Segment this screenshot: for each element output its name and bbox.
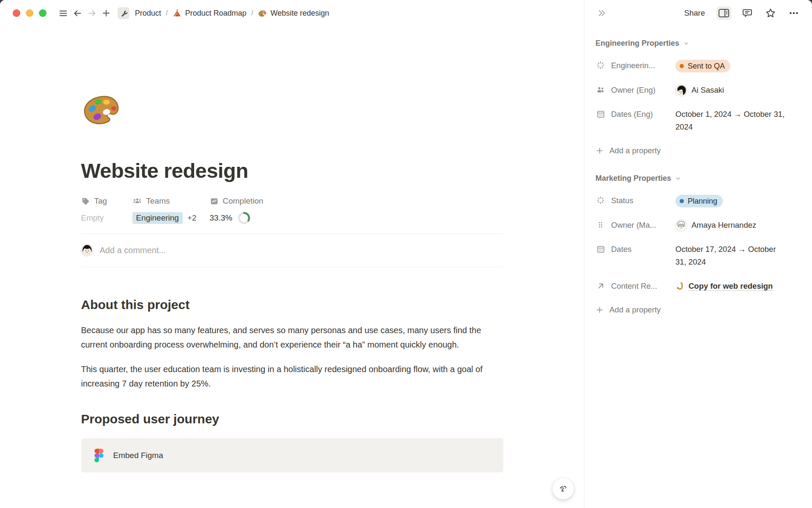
back-button[interactable]: [70, 6, 85, 20]
about-paragraph-2[interactable]: This quarter, the user education team is…: [81, 362, 503, 391]
status-dot: [680, 64, 684, 68]
property-value[interactable]: Amaya Hernandez: [675, 219, 812, 232]
more-options-button[interactable]: [787, 6, 801, 20]
page-content: Website redesign Tag Empty Teams Engi: [81, 26, 503, 508]
ai-sasaki-avatar: [675, 85, 687, 96]
notion-window: Product / Product Roadmap / Website rede…: [0, 0, 812, 508]
status-dot: [680, 199, 684, 203]
toggle-side-panel-button[interactable]: [716, 6, 731, 20]
breadcrumb: Product / Product Roadmap / Website rede…: [113, 7, 331, 19]
property-row-dates: Dates October 17, 2024 → October 31, 202…: [595, 243, 812, 268]
teams-more-count[interactable]: +2: [187, 213, 197, 223]
property-value[interactable]: Ai Sasaki: [675, 84, 812, 97]
panel-toolbar: Share: [584, 0, 812, 26]
main-area: Product / Product Roadmap / Website rede…: [0, 0, 584, 508]
star-icon: [765, 8, 776, 19]
notion-ai-face-icon: [557, 483, 570, 495]
breadcrumb-separator: /: [248, 9, 256, 17]
property-label[interactable]: Content Re...: [611, 280, 675, 292]
comment-row: [81, 234, 503, 267]
comments-button[interactable]: [740, 6, 754, 20]
hook-icon: [675, 282, 684, 290]
amaya-hernandez-avatar: [675, 220, 687, 231]
new-page-button[interactable]: [99, 6, 113, 20]
plus-icon: [595, 306, 604, 314]
close-window-button[interactable]: [13, 9, 20, 17]
people-group-icon: [132, 196, 142, 206]
property-teams: Teams Engineering +2: [132, 196, 210, 224]
about-heading[interactable]: About this project: [81, 297, 503, 313]
property-tag: Tag Empty: [81, 196, 132, 224]
property-row-dates-eng: Dates (Eng) October 1, 2024 → October 31…: [595, 108, 812, 133]
completion-property-label[interactable]: Completion: [210, 196, 263, 207]
owner-marketing-name: Amaya Hernandez: [691, 219, 756, 232]
section-header-engineering-properties[interactable]: Engineering Properties: [595, 39, 689, 48]
chevron-down-icon: [675, 175, 681, 182]
add-comment-input[interactable]: [100, 246, 503, 255]
tent-icon: [173, 9, 181, 18]
calendar-icon: [595, 109, 606, 119]
embed-figma-block[interactable]: Embed Figma: [81, 438, 503, 472]
teams-property-value[interactable]: Engineering +2: [132, 212, 210, 224]
property-value-date-range[interactable]: October 1, 2024 → October 31, 2024: [675, 108, 812, 133]
property-label[interactable]: Owner (Eng): [611, 84, 675, 96]
page-icon-palette[interactable]: [81, 89, 122, 130]
teams-tag-engineering[interactable]: Engineering: [132, 212, 183, 224]
property-completion: Completion 33.3%: [210, 196, 263, 224]
favorite-button[interactable]: [763, 6, 778, 20]
property-label[interactable]: Engineerin...: [611, 59, 675, 72]
share-button[interactable]: Share: [682, 7, 708, 19]
drag-dots-icon: [595, 220, 606, 230]
arrow-north-east-icon: [595, 281, 606, 291]
about-paragraph-1[interactable]: Because our app has so many features, an…: [81, 323, 503, 352]
tag-property-value[interactable]: Empty: [81, 212, 132, 224]
embed-figma-label: Embed Figma: [113, 451, 163, 460]
plus-icon: [595, 146, 604, 155]
palette-icon: [258, 9, 267, 18]
related-page-link[interactable]: Copy for web redesign: [675, 280, 787, 293]
property-value[interactable]: Sent to QA: [675, 59, 812, 72]
breadcrumb-product-label: Product: [135, 9, 161, 18]
property-value[interactable]: Planning: [675, 194, 812, 207]
teams-property-label[interactable]: Teams: [132, 196, 210, 207]
calendar-icon: [595, 244, 606, 254]
property-label[interactable]: Dates (Eng): [611, 108, 675, 120]
page-title[interactable]: Website redesign: [81, 158, 503, 183]
property-label[interactable]: Status: [611, 194, 675, 207]
page-properties-row: Tag Empty Teams Engineering +2: [81, 196, 503, 224]
completion-percent: 33.3%: [210, 213, 233, 223]
breadcrumb-website-redesign[interactable]: Website redesign: [256, 8, 331, 19]
people-icon: [595, 85, 606, 95]
property-row-owner-eng: Owner (Eng) Ai Sasaki: [595, 84, 812, 97]
property-label[interactable]: Dates: [611, 243, 675, 255]
window-controls: [13, 9, 47, 17]
owner-eng-name: Ai Sasaki: [691, 84, 724, 97]
tag-property-label[interactable]: Tag: [81, 196, 132, 207]
property-value[interactable]: Copy for web redesign: [675, 280, 812, 293]
minimize-window-button[interactable]: [26, 9, 33, 17]
divider: [81, 267, 503, 267]
status-pill-planning[interactable]: Planning: [675, 195, 723, 207]
ellipsis-icon: [788, 8, 799, 19]
forward-button[interactable]: [85, 6, 99, 20]
current-user-avatar: [81, 244, 93, 256]
status-burst-icon: [595, 195, 606, 205]
zoom-window-button[interactable]: [39, 9, 47, 17]
collapse-panel-icon[interactable]: [595, 6, 609, 20]
add-property-button-marketing[interactable]: Add a property: [595, 305, 661, 315]
property-value-date-range[interactable]: October 17, 2024 → October 31, 2024: [675, 243, 812, 268]
property-label[interactable]: Owner (Ma...: [611, 219, 675, 231]
status-pill-sent-to-qa[interactable]: Sent to QA: [675, 60, 730, 72]
sidebar-menu-icon[interactable]: [56, 6, 70, 20]
section-header-marketing-properties[interactable]: Marketing Properties: [595, 174, 681, 183]
completion-property-value[interactable]: 33.3%: [210, 212, 263, 224]
journey-heading[interactable]: Proposed user journey: [81, 411, 503, 427]
add-property-button-engineering[interactable]: Add a property: [595, 146, 661, 155]
panel-body: Engineering Properties Engineerin... Sen…: [584, 26, 812, 315]
breadcrumb-product-roadmap[interactable]: Product Roadmap: [171, 8, 248, 19]
panel-actions: Share: [682, 6, 801, 20]
property-row-status: Status Planning: [595, 194, 812, 207]
breadcrumb-product[interactable]: Product: [133, 8, 163, 19]
wrench-icon: [118, 7, 129, 19]
notion-ai-button[interactable]: [552, 478, 574, 500]
